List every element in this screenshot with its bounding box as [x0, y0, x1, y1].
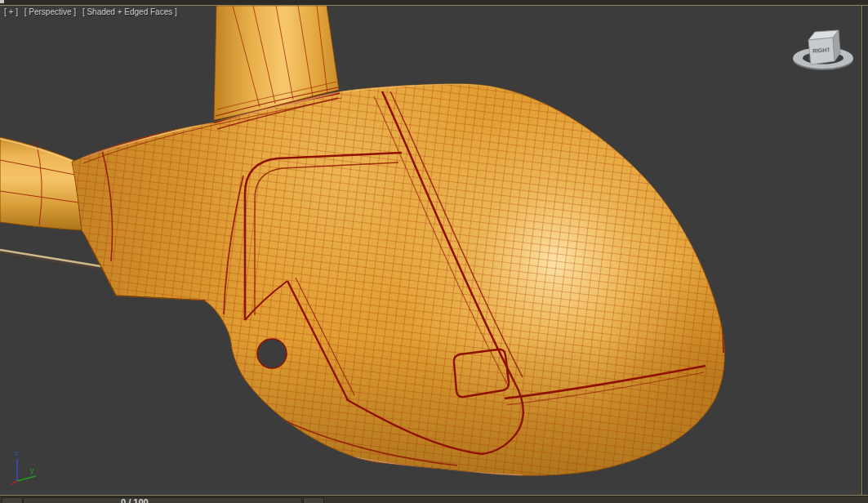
viewport-menu-shading[interactable]: [ Shaded + Edged Faces ]: [82, 7, 177, 16]
time-slider-frame-label: 0 / 100: [121, 497, 149, 503]
viewport-menu-general[interactable]: [ + ]: [4, 7, 18, 16]
time-slider-handle[interactable]: [23, 497, 302, 503]
viewport-menu-pov[interactable]: [ Perspective ]: [24, 7, 76, 16]
world-axis-gizmo: z y: [11, 449, 36, 484]
max-viewport-screen: RIGHT z y [ + ] [ Perspective ] [ Shaded…: [0, 0, 868, 503]
window-corner-fragment: [0, 0, 4, 3]
viewport-label: [ + ] [ Perspective ] [ Shaded + Edged F…: [4, 7, 181, 17]
viewport-right-gutter: [862, 6, 868, 496]
fuselage-body: [65, 73, 735, 490]
time-slider-next-button[interactable]: [303, 497, 324, 503]
time-slider-strip[interactable]: 0 / 100: [0, 496, 868, 503]
model-helicopter-fuselage[interactable]: [0, 6, 735, 490]
viewport-3d[interactable]: RIGHT z y: [0, 6, 868, 496]
fuselage-hole: [257, 339, 287, 368]
viewcube[interactable]: RIGHT: [793, 30, 853, 70]
axis-y-label: y: [30, 466, 34, 474]
axis-z-label: z: [15, 449, 19, 457]
time-slider-prev-button[interactable]: [2, 497, 23, 503]
tail-boom: [0, 137, 82, 230]
